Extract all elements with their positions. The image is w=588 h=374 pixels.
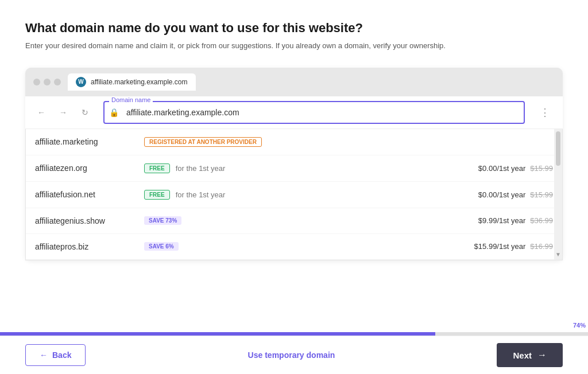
back-button-label: Back — [52, 350, 71, 360]
progress-bar-fill — [0, 332, 435, 336]
suggestion-price-original: $16.99 — [530, 242, 553, 251]
suggestion-domain-name: affiliategenius.show — [35, 216, 138, 225]
next-button[interactable]: Next → — [497, 343, 563, 367]
suggestion-badge: SAVE 73% — [144, 216, 181, 225]
temp-domain-link[interactable]: Use temporary domain — [248, 350, 335, 360]
browser-dot-1 — [33, 79, 40, 85]
suggestion-price-current: $0.00/1st year — [478, 190, 525, 199]
domain-suggestions-dropdown: affiliate.marketing REGISTERED AT ANOTHE… — [25, 129, 563, 260]
domain-suggestion-item[interactable]: affiliatezen.org FREE for the 1st year $… — [26, 155, 562, 182]
domain-suggestion-item[interactable]: affiliatepros.biz SAVE 6% $15.99/1st yea… — [26, 234, 562, 260]
dropdown-scrollbar[interactable]: ▼ — [554, 129, 562, 260]
domain-input-wrapper: Domain name 🔒 — [103, 101, 525, 124]
suggestion-badge: REGISTERED AT ANOTHER PROVIDER — [144, 137, 262, 147]
suggestion-price-area: $0.00/1st year $15.99 — [478, 164, 553, 173]
suggestion-domain-name: affiliatepros.biz — [35, 242, 138, 251]
suggestion-price-original: $15.99 — [530, 190, 553, 199]
more-options-button[interactable]: ⋮ — [535, 104, 555, 121]
progress-label: 74% — [573, 322, 586, 329]
browser-dot-3 — [54, 79, 61, 85]
suggestion-price-current: $0.00/1st year — [478, 164, 525, 173]
next-button-label: Next — [513, 350, 532, 360]
suggestion-price-area: $9.99/1st year $36.99 — [478, 216, 553, 225]
suggestion-year-text: for the 1st year — [176, 164, 226, 173]
suggestion-price-current: $9.99/1st year — [478, 216, 525, 225]
wordpress-icon: W — [76, 77, 86, 87]
progress-bar-container: 74% — [0, 332, 588, 336]
domain-suggestion-item[interactable]: affiliate.marketing REGISTERED AT ANOTHE… — [26, 129, 562, 155]
browser-nav: ← → ↻ Domain name 🔒 ⋮ — [25, 96, 563, 129]
page-title: What domain name do you want to use for … — [25, 21, 563, 36]
browser-tab[interactable]: W affiliate.marketing.example.com — [68, 73, 196, 91]
suggestion-domain-name: affiliatefusion.net — [35, 190, 138, 199]
suggestion-price-original: $15.99 — [530, 164, 553, 173]
suggestion-badge: FREE — [144, 163, 170, 173]
browser-dots — [33, 79, 61, 85]
forward-nav-button[interactable]: → — [55, 104, 71, 120]
suggestion-badge: SAVE 6% — [144, 242, 179, 251]
suggestion-domain-name: affiliatezen.org — [35, 163, 138, 173]
back-button[interactable]: ← Back — [25, 344, 86, 366]
suggestion-badge: FREE — [144, 190, 170, 200]
browser-toolbar: W affiliate.marketing.example.com — [25, 68, 563, 96]
suggestion-year-text: for the 1st year — [176, 190, 226, 199]
suggestion-price-area: $0.00/1st year $15.99 — [478, 190, 553, 199]
scrollbar-arrow-down[interactable]: ▼ — [555, 251, 561, 258]
footer: ← Back Use temporary domain Next → — [0, 336, 588, 374]
scrollbar-thumb[interactable] — [556, 131, 560, 166]
suggestion-price-current: $15.99/1st year — [474, 242, 526, 251]
domain-input-label: Domain name — [109, 96, 153, 103]
back-nav-button[interactable]: ← — [33, 104, 49, 120]
refresh-nav-button[interactable]: ↻ — [77, 104, 93, 120]
suggestion-domain-name: affiliate.marketing — [35, 137, 138, 146]
browser-tab-url: affiliate.marketing.example.com — [91, 78, 188, 86]
next-arrow-icon: → — [537, 350, 547, 360]
domain-suggestion-item[interactable]: affiliatefusion.net FREE for the 1st yea… — [26, 182, 562, 208]
suggestion-price-original: $36.99 — [530, 216, 553, 225]
suggestion-price-area: $15.99/1st year $16.99 — [474, 242, 553, 251]
domain-input[interactable] — [103, 101, 525, 124]
browser-mockup: W affiliate.marketing.example.com ← → ↻ … — [25, 68, 563, 260]
back-arrow-icon: ← — [40, 350, 48, 360]
domain-suggestion-item[interactable]: affiliategenius.show SAVE 73% $9.99/1st … — [26, 208, 562, 234]
lock-icon: 🔒 — [109, 108, 119, 117]
browser-dot-2 — [44, 79, 51, 85]
page-subtitle: Enter your desired domain name and claim… — [25, 40, 563, 52]
